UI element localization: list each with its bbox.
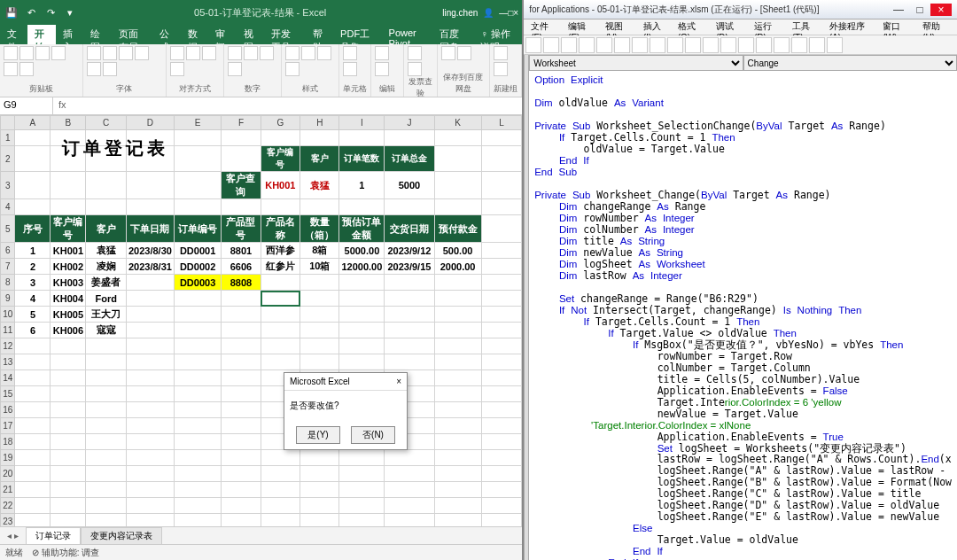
cell-A7[interactable]: 2 (15, 259, 51, 275)
row-header-19[interactable]: 19 (1, 450, 15, 466)
cell-B5[interactable]: 客户编号 (51, 215, 86, 243)
cell-G8[interactable] (261, 275, 300, 291)
vba-tool-btn[interactable] (596, 37, 612, 53)
ribbon-btn[interactable] (285, 46, 300, 60)
cell-F10[interactable] (222, 307, 261, 323)
cell-D9[interactable] (126, 291, 174, 307)
save-icon[interactable]: 💾 (4, 4, 19, 20)
cell-H11[interactable] (300, 323, 339, 338)
cell-B23[interactable] (51, 514, 86, 527)
cell-K21[interactable] (434, 482, 481, 498)
cell-K16[interactable] (434, 402, 481, 418)
cell-C14[interactable] (86, 370, 126, 386)
cell-C15[interactable] (86, 386, 126, 402)
cell-L12[interactable] (481, 338, 522, 354)
col-header-D[interactable]: D (126, 116, 174, 130)
cell-G9[interactable] (261, 291, 300, 307)
dialog-yes-button[interactable]: 是(Y) (296, 426, 340, 444)
cell-K18[interactable] (434, 434, 481, 450)
vba-menu-2[interactable]: 视图(V) (602, 19, 635, 35)
cell-D13[interactable] (126, 354, 174, 370)
formula-input[interactable] (72, 97, 523, 114)
cell-J8[interactable] (385, 275, 434, 291)
select-all-corner[interactable] (1, 116, 15, 130)
row-header-11[interactable]: 11 (1, 323, 15, 338)
cell-K4[interactable] (434, 199, 481, 215)
ribbon-tab-11[interactable]: PDF工具集 (333, 25, 381, 44)
cell-E14[interactable] (174, 370, 221, 386)
cell-J3[interactable]: 5000 (385, 172, 434, 199)
cell-D21[interactable] (126, 482, 174, 498)
cell-K3[interactable] (434, 172, 481, 199)
cell-L18[interactable] (481, 434, 522, 450)
ribbon-btn[interactable] (170, 46, 184, 60)
cell-I12[interactable] (339, 338, 385, 354)
row-header-7[interactable]: 7 (1, 259, 15, 275)
cell-A23[interactable] (15, 514, 51, 527)
worksheet-grid[interactable]: ABCDEFGHIJKL12客户编号客户订单笔数订单总金3客户查询KH001袁猛… (0, 115, 522, 526)
cell-H8[interactable] (300, 275, 339, 291)
vba-tool-btn[interactable] (632, 37, 648, 53)
cell-H9[interactable] (300, 291, 339, 307)
cell-L7[interactable] (481, 259, 522, 275)
cell-A17[interactable] (15, 418, 51, 434)
row-header-22[interactable]: 22 (1, 498, 15, 514)
vba-tool-btn[interactable] (543, 37, 559, 53)
ribbon-btn[interactable] (19, 62, 34, 76)
cell-A13[interactable] (15, 354, 51, 370)
cell-K19[interactable] (434, 450, 481, 466)
cell-A19[interactable] (15, 450, 51, 466)
cell-A15[interactable] (15, 386, 51, 402)
cell-G11[interactable] (261, 323, 300, 338)
col-header-F[interactable]: F (222, 116, 261, 130)
ribbon-tab-1[interactable]: 开始 (27, 25, 55, 44)
cell-F20[interactable] (222, 466, 261, 482)
cell-F6[interactable]: 8801 (222, 243, 261, 259)
cell-B12[interactable] (51, 338, 86, 354)
cell-A11[interactable]: 6 (15, 323, 51, 338)
cell-K1[interactable] (434, 130, 481, 146)
qat-more-icon[interactable]: ▾ (62, 4, 78, 20)
cell-L2[interactable] (481, 146, 522, 172)
cell-D12[interactable] (126, 338, 174, 354)
cell-C16[interactable] (86, 402, 126, 418)
ribbon-tab-8[interactable]: 视图 (237, 25, 264, 44)
cell-C7[interactable]: 凌娴 (86, 259, 126, 275)
ribbon-tab-13[interactable]: 百度网盘 (432, 25, 474, 44)
cell-I5[interactable]: 预估订单金额 (339, 215, 385, 243)
cell-I20[interactable] (339, 466, 385, 482)
row-header-17[interactable]: 17 (1, 418, 15, 434)
row-header-23[interactable]: 23 (1, 514, 15, 527)
cell-F13[interactable] (222, 354, 261, 370)
cell-L16[interactable] (481, 402, 522, 418)
cell-A21[interactable] (15, 482, 51, 498)
cell-B4[interactable] (51, 199, 86, 215)
cell-C22[interactable] (86, 498, 126, 514)
cell-F9[interactable] (222, 291, 261, 307)
cell-F18[interactable] (222, 434, 261, 450)
sheet-tab-0[interactable]: 订单记录 (26, 527, 81, 544)
cell-I3[interactable]: 1 (339, 172, 385, 199)
ribbon-btn[interactable] (202, 46, 216, 60)
cell-B15[interactable] (51, 386, 86, 402)
cell-F19[interactable] (222, 450, 261, 466)
row-header-4[interactable]: 4 (1, 199, 15, 215)
cell-D4[interactable] (126, 199, 174, 215)
cell-L23[interactable] (481, 514, 522, 527)
row-header-18[interactable]: 18 (1, 434, 15, 450)
ribbon-btn[interactable] (103, 46, 117, 60)
cell-H23[interactable] (300, 514, 339, 527)
cell-K17[interactable] (434, 418, 481, 434)
cell-E21[interactable] (174, 482, 221, 498)
cell-G19[interactable] (261, 450, 300, 466)
ribbon-btn[interactable] (244, 46, 258, 60)
cell-D11[interactable] (126, 323, 174, 338)
cell-C21[interactable] (86, 482, 126, 498)
ribbon-tab-3[interactable]: 绘图 (83, 25, 111, 44)
cell-K11[interactable] (434, 323, 481, 338)
ribbon-btn[interactable] (408, 46, 422, 60)
cell-C10[interactable]: 王大刀 (86, 307, 126, 323)
cell-F1[interactable] (222, 130, 261, 146)
cell-L17[interactable] (481, 418, 522, 434)
ribbon-btn[interactable] (87, 46, 101, 60)
